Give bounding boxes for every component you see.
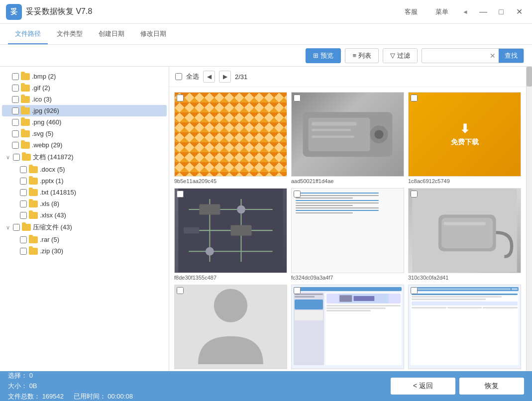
sidebar-cb-png[interactable] xyxy=(12,119,19,126)
svg-point-15 xyxy=(237,205,245,214)
thumbnail-4[interactable]: f8de30f1355c487 xyxy=(174,188,287,280)
tab-modify-date[interactable]: 修改日期 xyxy=(133,25,173,44)
status-size: 大小： 0B xyxy=(8,382,391,391)
search-input[interactable] xyxy=(422,49,487,62)
next-page-btn[interactable]: ▶ xyxy=(219,71,231,83)
folder-icon-png xyxy=(21,119,30,126)
back-btn[interactable]: < 返回 xyxy=(391,378,455,395)
thumbnail-2[interactable]: aad50021ff1d4ae xyxy=(291,92,404,184)
sidebar-item-rar[interactable]: .rar (5) xyxy=(2,234,167,245)
thumb-hdd-2 xyxy=(292,93,404,176)
scrollbar-thumb[interactable] xyxy=(527,67,532,87)
thumbnail-3[interactable]: ⬇ 免费下载 1c8ac6912c5749 xyxy=(408,92,521,184)
restore-btn[interactable]: 恢复 xyxy=(459,378,524,395)
thumbnail-cb-1[interactable] xyxy=(177,95,184,101)
time-label: 已用时间： xyxy=(74,393,106,400)
sidebar-cb-xls[interactable] xyxy=(20,200,27,207)
list-label: 列表 xyxy=(358,51,371,60)
svg-rect-14 xyxy=(231,225,252,236)
sidebar-item-png[interactable]: .png (460) xyxy=(2,116,167,128)
thumbnail-img-6 xyxy=(408,188,521,273)
sidebar-cb-jpg[interactable] xyxy=(12,107,19,114)
sidebar-item-webp[interactable]: .webp (29) xyxy=(2,139,167,151)
sidebar-cb-xlsx[interactable] xyxy=(20,212,27,219)
sidebar-group-zip[interactable]: ∨ 压缩文件 (43) xyxy=(2,221,167,234)
sidebar-item-zip[interactable]: .zip (30) xyxy=(2,245,167,257)
sidebar-group-docs[interactable]: ∨ 文档 (141872) xyxy=(2,151,167,164)
thumb-webpage-9 xyxy=(409,285,521,369)
svg-rect-13 xyxy=(199,204,220,215)
sidebar-item-xlsx[interactable]: .xlsx (43) xyxy=(2,209,167,221)
sidebar-cb-docx[interactable] xyxy=(20,166,27,173)
sidebar-cb-pptx[interactable] xyxy=(20,178,27,185)
minimize-btn[interactable]: — xyxy=(476,5,490,19)
maximize-btn[interactable]: □ xyxy=(494,5,508,19)
sidebar-cb-svg[interactable] xyxy=(12,130,19,137)
thumbnail-cb-4[interactable] xyxy=(177,191,184,198)
svg-rect-24 xyxy=(339,295,352,301)
sidebar-cb-bmp[interactable] xyxy=(12,73,19,80)
folder-icon-txt xyxy=(29,189,38,196)
sidebar-cb-zip[interactable] xyxy=(20,248,27,255)
sidebar-cb-rar[interactable] xyxy=(20,236,27,243)
thumbnail-img-3: ⬇ 免费下载 xyxy=(408,92,521,177)
select-all-checkbox[interactable] xyxy=(175,73,182,80)
tab-create-date[interactable]: 创建日期 xyxy=(92,25,131,44)
sidebar-item-gif[interactable]: .gif (2) xyxy=(2,82,167,94)
sidebar-item-svg[interactable]: .svg (5) xyxy=(2,128,167,139)
thumbnail-img-9 xyxy=(408,285,521,369)
svg-rect-21 xyxy=(443,222,485,225)
thumbnail-8[interactable] xyxy=(291,285,404,371)
close-btn[interactable]: ✕ xyxy=(512,5,526,19)
search-btn[interactable]: 查找 xyxy=(499,49,524,63)
thumbnail-cb-6[interactable] xyxy=(411,191,418,198)
search-clear-btn[interactable]: ✕ xyxy=(487,49,499,62)
thumb-label-2: aad50021ff1d4ae xyxy=(291,178,404,184)
sidebar-label-png: .png (460) xyxy=(32,118,163,126)
sidebar-cb-docs[interactable] xyxy=(13,154,20,161)
thumbnail-6[interactable]: 310c30c0fa2d41 xyxy=(408,188,521,280)
thumbnail-img-4 xyxy=(174,188,287,273)
thumbnail-1[interactable]: 9b5e11aa209c45 xyxy=(174,92,287,184)
thumbnail-cb-7[interactable] xyxy=(177,287,184,294)
preview-btn[interactable]: ⊞ 预览 xyxy=(306,48,341,63)
thumbnail-9[interactable] xyxy=(408,285,521,371)
thumbnail-img-8 xyxy=(291,285,404,369)
sidebar-item-bmp[interactable]: .bmp (2) xyxy=(2,71,167,82)
thumbnail-7[interactable] xyxy=(174,285,287,371)
thumbnail-cb-3[interactable] xyxy=(411,95,418,101)
title-bar: 妥 妥妥数据恢复 V7.8 客服 菜单 ◄ — □ ✕ xyxy=(0,0,532,24)
thumbnail-cb-8[interactable] xyxy=(294,287,301,294)
thumbnail-cb-2[interactable] xyxy=(294,95,301,101)
select-all-label[interactable]: 全选 xyxy=(186,72,199,81)
sidebar-item-xls[interactable]: .xls (8) xyxy=(2,198,167,209)
doc-line-5 xyxy=(296,202,379,203)
sidebar-cb-zip-group[interactable] xyxy=(13,224,20,231)
thumbnail-img-2 xyxy=(291,92,404,177)
scrollbar-track[interactable] xyxy=(526,67,532,371)
sidebar-item-ico[interactable]: .ico (3) xyxy=(2,94,167,105)
thumbnail-cb-9[interactable] xyxy=(411,287,418,294)
webpage-sidebar-8 xyxy=(294,293,324,365)
thumb-label-1: 9b5e11aa209c45 xyxy=(174,178,287,184)
sidebar-cb-gif[interactable] xyxy=(12,85,19,92)
tab-file-type[interactable]: 文件类型 xyxy=(50,25,90,44)
sidebar-item-pptx[interactable]: .pptx (1) xyxy=(2,175,167,187)
sidebar-item-jpg[interactable]: .jpg (926) xyxy=(2,105,167,116)
sidebar-item-docx[interactable]: .docx (5) xyxy=(2,164,167,175)
sidebar-cb-txt[interactable] xyxy=(20,189,27,196)
drive-svg xyxy=(409,189,521,272)
list-btn[interactable]: ≡ 列表 xyxy=(345,48,379,63)
customer-service-btn[interactable]: 客服 xyxy=(401,5,422,18)
thumbnail-cb-5[interactable] xyxy=(294,191,301,198)
sidebar-item-txt[interactable]: .txt (141815) xyxy=(2,187,167,198)
sidebar-cb-webp[interactable] xyxy=(12,142,19,149)
menu-btn[interactable]: 菜单 xyxy=(431,5,452,18)
sidebar-cb-ico[interactable] xyxy=(12,96,19,103)
filter-btn[interactable]: ▽ 过滤 xyxy=(383,48,418,63)
prev-page-btn[interactable]: ◀ xyxy=(203,71,215,83)
tab-file-path[interactable]: 文件路径 xyxy=(8,25,48,44)
thumbnail-5[interactable]: fc324dc09a3a4f7 xyxy=(291,188,404,280)
thumbnail-grid: 9b5e11aa209c45 xyxy=(169,87,526,371)
thumb-download-3: ⬇ 免费下载 xyxy=(409,93,521,176)
